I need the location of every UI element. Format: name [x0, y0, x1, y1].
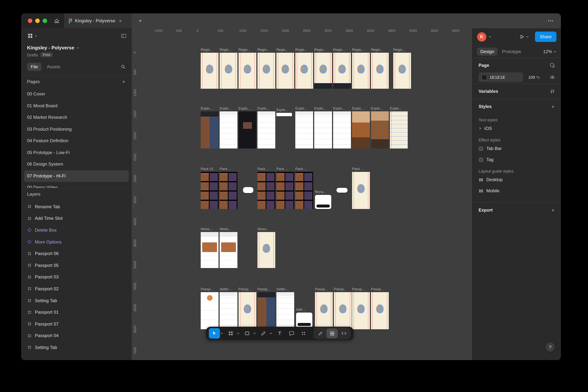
present-icon[interactable]	[519, 34, 525, 39]
canvas-frame[interactable]	[352, 172, 370, 209]
frame-label[interactable]: Regis...	[352, 48, 370, 52]
layer-item[interactable]: Passport 04	[21, 330, 132, 342]
canvas-frame[interactable]	[201, 172, 219, 209]
canvas[interactable]: -1000-5000500100015002000250030003500400…	[132, 28, 473, 360]
style-row[interactable]: Mobile	[473, 185, 561, 196]
canvas-frame[interactable]	[276, 292, 294, 329]
layer-item[interactable]: Add Time Slot	[21, 212, 132, 224]
minimize-window-button[interactable]	[35, 18, 40, 23]
frame-label[interactable]: Regis...	[371, 48, 389, 52]
frame-label[interactable]: Regis...	[201, 48, 219, 52]
canvas-frame[interactable]	[352, 292, 370, 329]
canvas-frame[interactable]	[220, 292, 238, 329]
canvas-frame[interactable]	[295, 111, 313, 148]
layer-item[interactable]: Rename Tab	[21, 201, 132, 212]
frame-label[interactable]: Regis...	[314, 48, 332, 52]
layer-item[interactable]: Passport 02	[21, 283, 132, 294]
canvas-frame[interactable]	[201, 53, 219, 89]
frame-label[interactable]: Explo...	[352, 106, 370, 110]
frame-tool[interactable]	[225, 328, 236, 338]
add-style-icon[interactable]	[551, 104, 555, 108]
frame-label[interactable]: Passp...	[239, 287, 256, 291]
chevron-down-icon[interactable]	[76, 46, 79, 49]
text-tool[interactable]	[274, 328, 285, 338]
frame-label[interactable]: Regis...	[276, 48, 294, 52]
frame-label[interactable]: News...	[201, 227, 219, 231]
search-icon[interactable]	[121, 64, 126, 70]
frame-label[interactable]: Pack ...	[220, 167, 238, 171]
move-tool[interactable]	[209, 328, 220, 338]
canvas-frame[interactable]	[220, 53, 238, 89]
canvas-frame[interactable]	[201, 111, 219, 148]
design-mode[interactable]	[326, 328, 338, 338]
canvas-frame[interactable]	[371, 111, 389, 148]
page-item[interactable]: 00 Cover	[24, 88, 129, 100]
layer-item[interactable]: Passport 06	[21, 248, 132, 260]
canvas-frame[interactable]	[352, 53, 370, 89]
more-options-icon[interactable]	[545, 16, 556, 26]
frame-label[interactable]: Add ...	[296, 307, 312, 312]
pen-tool[interactable]	[258, 328, 269, 338]
actions-tool[interactable]	[298, 328, 309, 338]
project-location[interactable]: Drafts	[27, 52, 38, 57]
page-item[interactable]: 05 Prototype - Low-Fi	[24, 147, 129, 158]
zoom-control[interactable]: 12%	[543, 49, 557, 54]
close-window-button[interactable]	[28, 18, 32, 23]
frame-label[interactable]: Pack ...	[352, 167, 370, 171]
color-swatch[interactable]	[482, 74, 487, 80]
frame-label[interactable]: Rena...	[315, 190, 331, 194]
layer-item[interactable]: Passport 07	[21, 318, 132, 330]
canvas-frame[interactable]	[243, 187, 253, 193]
canvas-frame[interactable]	[334, 292, 352, 329]
frame-label[interactable]: Explo...	[333, 106, 351, 110]
new-tab-button[interactable]	[135, 16, 146, 26]
canvas-frame[interactable]	[258, 53, 275, 89]
frame-label[interactable]: Regis...	[393, 48, 411, 52]
frame-label[interactable]: Regis...	[220, 48, 238, 52]
draw-mode[interactable]	[314, 328, 326, 338]
canvas-frame[interactable]	[239, 292, 256, 329]
layer-item[interactable]: Delete Box	[21, 224, 132, 236]
canvas-frame[interactable]	[258, 232, 275, 268]
eye-icon[interactable]	[550, 74, 555, 80]
pages-copy-icon[interactable]	[550, 63, 555, 68]
canvas-frame[interactable]	[295, 172, 313, 209]
layer-item[interactable]: Setting Tab	[21, 342, 132, 353]
tab-design[interactable]: Design	[477, 48, 498, 56]
frame-label[interactable]: Passp...	[371, 287, 389, 291]
frame-label[interactable]: Pack ...	[258, 167, 275, 171]
frame-label[interactable]: Passp...	[201, 287, 219, 291]
frame-label[interactable]: Pack ...	[295, 167, 313, 171]
help-button[interactable]: ?	[545, 342, 555, 352]
page-item[interactable]: 06 Design System	[24, 158, 129, 170]
canvas-frame[interactable]	[220, 172, 238, 209]
canvas-frame[interactable]	[393, 53, 411, 89]
add-page-icon[interactable]	[122, 80, 126, 84]
layer-item[interactable]: Passport 05	[21, 260, 132, 271]
chevron-down-icon[interactable]	[489, 35, 492, 38]
canvas-frame[interactable]	[333, 53, 351, 89]
canvas-frame[interactable]	[371, 53, 389, 89]
frame-label[interactable]: Passp...	[352, 287, 370, 291]
canvas-frame[interactable]	[390, 111, 408, 148]
frame-label[interactable]: News...	[258, 227, 275, 231]
frame-label[interactable]: Pack ...	[276, 167, 294, 171]
page-item[interactable]: 00 Demo Video	[24, 182, 129, 188]
frame-label[interactable]: Explo...	[239, 106, 256, 110]
frame-label[interactable]: Explo...	[314, 106, 332, 110]
project-title[interactable]: Kingsley - Polyverse	[27, 45, 74, 50]
home-button[interactable]	[52, 16, 61, 26]
frame-label[interactable]: Regis...	[295, 48, 313, 52]
frame-label[interactable]: Pack 01	[201, 167, 219, 171]
layer-item[interactable]: More Options	[21, 236, 132, 248]
canvas-frame[interactable]	[333, 111, 351, 148]
frame-label[interactable]: Explo...	[390, 106, 408, 110]
canvas-frame[interactable]	[220, 111, 238, 148]
panel-toggle-button[interactable]	[121, 33, 126, 38]
vertical-ruler[interactable]: 0500100015002000250030003500400045005000…	[132, 28, 138, 360]
dev-mode[interactable]	[338, 328, 349, 338]
chevron-down-icon[interactable]	[220, 332, 223, 335]
frame-label[interactable]: Explo...	[295, 106, 313, 110]
share-button[interactable]: Share	[535, 32, 557, 42]
frame-label[interactable]: Explo...	[258, 106, 275, 110]
